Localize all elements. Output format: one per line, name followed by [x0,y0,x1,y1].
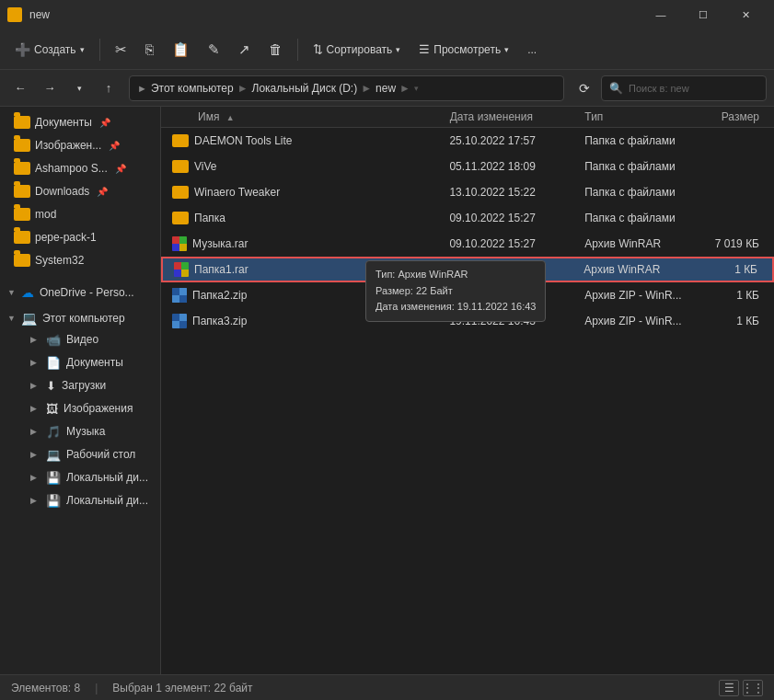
sidebar-item-localdisk2[interactable]: ▶ 💾 Локальный ди... [4,489,156,511]
forward-button[interactable]: → [37,75,63,101]
share-icon: ↗ [238,41,250,58]
sidebar-item-desktop[interactable]: ▶ 💻 Рабочий стол [4,443,156,465]
sidebar-item-images[interactable]: Изображен... 📌 [4,134,156,156]
sidebar-item-ashampoo[interactable]: Ashampoo S... 📌 [4,157,156,179]
copy-button[interactable]: ⎘ [138,38,161,61]
table-row[interactable]: Winaero Tweaker 13.10.2022 15:22 Папка с… [161,179,774,205]
view-list-button[interactable]: ☰ [719,680,739,696]
folder-icon-images [15,138,29,153]
expand-img2: ▶ [26,401,40,416]
nav-bar: ← → ▾ ↑ ► Этот компьютер ► Локальный Дис… [0,70,774,107]
sidebar-item-system32[interactable]: System32 [4,249,156,271]
view-grid-button[interactable]: ⋮⋮ [743,680,763,696]
file-date-muzyka: 09.10.2022 15:27 [449,237,584,250]
col-size-header[interactable]: Размер [701,110,774,123]
toolbar-separator-2 [297,39,298,61]
toolbar: ➕ Создать ▾ ✂ ⎘ 📋 ✎ ↗ 🗑 ⇅ Сортировать ▾ … [0,29,774,70]
window-title: new [29,8,632,21]
column-headers: Имя ▲ Дата изменения Тип Размер [161,107,774,128]
status-separator: | [95,682,98,694]
sidebar-item-mod[interactable]: mod [4,203,156,225]
music-icon: 🎵 [46,425,61,439]
refresh-button[interactable]: ⟳ [572,75,597,101]
col-type-header[interactable]: Тип [584,110,701,123]
folder-icon [172,186,189,199]
sidebar-item-documents[interactable]: Документы 📌 [4,111,156,133]
delete-button[interactable]: 🗑 [261,38,290,61]
sidebar-label-video: Видео [66,333,98,346]
sidebar-label-localdisk1: Локальный ди... [66,471,148,484]
col-name-header[interactable]: Имя ▲ [161,110,450,123]
table-row[interactable]: Музыка.rar 09.10.2022 15:27 Архив WinRAR… [161,231,774,257]
minimize-button[interactable]: — [640,0,682,29]
sort-indicator: ▲ [226,113,235,122]
cut-button[interactable]: ✂ [108,38,134,62]
sidebar: Документы 📌 Изображен... 📌 Ashampoo S...… [0,107,161,674]
sidebar-item-downloads[interactable]: Downloads 📌 [4,180,156,202]
winrar-icon [174,262,189,277]
sidebar-item-localdisk1[interactable]: ▶ 💾 Локальный ди... [4,466,156,488]
breadcrumb-computer[interactable]: ► [137,83,147,94]
onedrive-section[interactable]: ▼ ☁ OneDrive - Perso... [0,280,160,302]
search-box[interactable]: 🔍 Поиск в: new [601,75,767,101]
breadcrumb-current[interactable]: new [375,82,396,95]
file-type-vive: Папка с файлами [584,160,701,173]
breadcrumb[interactable]: ► Этот компьютер ► Локальный Диск (D:) ►… [129,75,564,101]
breadcrumb-disk[interactable]: Локальный Диск (D:) [252,82,358,95]
table-row[interactable]: ViVe 05.11.2022 18:09 Папка с файлами [161,154,774,179]
paste-icon: 📋 [172,41,190,58]
back-button[interactable]: ← [7,75,33,101]
search-icon: 🔍 [609,82,623,95]
rename-button[interactable]: ✎ [201,38,227,62]
table-row[interactable]: DAEMON Tools Lite 25.10.2022 17:57 Папка… [161,128,774,154]
more-button[interactable]: ... [520,40,544,60]
file-size-papka3: 1 КБ [701,315,774,327]
search-placeholder: Поиск в: new [629,83,689,94]
tooltip-size-value: 22 Байт [416,285,453,296]
sidebar-item-video[interactable]: ▶ 📹 Видео [4,328,156,350]
paste-button[interactable]: 📋 [165,38,197,62]
computer-icon: 💻 [21,311,37,326]
expand-music: ▶ [26,424,40,439]
file-size-papka2: 1 КБ [701,289,774,302]
folder-icon-documents [15,115,29,130]
up-button[interactable]: ↑ [96,75,121,101]
sidebar-label-mod: mod [35,208,56,221]
breadcrumb-this-computer[interactable]: Этот компьютер [151,82,234,95]
file-name-vive: ViVe [161,160,449,173]
sidebar-label-system32: System32 [35,254,84,267]
toolbar-separator-1 [99,39,100,61]
file-type-papka2: Архив ZIP - WinR... [584,289,701,302]
pin-icon-images: 📌 [109,141,120,151]
sidebar-item-docs[interactable]: ▶ 📄 Документы [4,351,156,373]
create-button[interactable]: ➕ Создать ▾ [7,39,92,61]
table-row[interactable]: Папка 09.10.2022 15:27 Папка с файлами [161,205,774,231]
maximize-button[interactable]: ☐ [682,0,724,29]
recent-button[interactable]: ▾ [66,75,92,101]
breadcrumb-dropdown[interactable]: ▾ [414,84,419,93]
sidebar-item-img2[interactable]: ▶ 🖼 Изображения [4,397,156,419]
close-button[interactable]: ✕ [724,0,767,29]
sidebar-item-music[interactable]: ▶ 🎵 Музыка [4,420,156,442]
window-controls: — ☐ ✕ [640,0,767,29]
this-computer-section[interactable]: ▼ 💻 Этот компьютер [0,305,160,327]
file-date-papka: 09.10.2022 15:27 [449,212,584,224]
col-date-header[interactable]: Дата изменения [450,110,585,123]
winrar-icon [172,236,187,251]
sort-button[interactable]: ⇅ Сортировать ▾ [306,39,409,60]
docs-icon: 📄 [46,356,61,370]
view-button[interactable]: ☰ Просмотреть ▾ [411,39,516,60]
sidebar-label-pepe: pepe-pack-1 [35,231,97,244]
create-label: Создать [34,43,76,56]
zagr-icon: ⬇ [46,379,56,393]
share-button[interactable]: ↗ [231,38,258,62]
pin-icon-ashampoo: 📌 [115,164,126,174]
breadcrumb-end: ► [399,82,410,95]
table-row[interactable]: Папка1.rar 19.11.2022 16:43 Архив WinRAR… [161,257,774,282]
window-icon [7,7,22,22]
status-selected: Выбран 1 элемент: 22 байт [112,682,252,694]
tooltip-date-label: Дата изменения: [375,301,455,312]
folder-icon-pepe [15,230,29,245]
sidebar-item-pepe[interactable]: pepe-pack-1 [4,226,156,248]
sidebar-item-zagr[interactable]: ▶ ⬇ Загрузки [4,374,156,396]
